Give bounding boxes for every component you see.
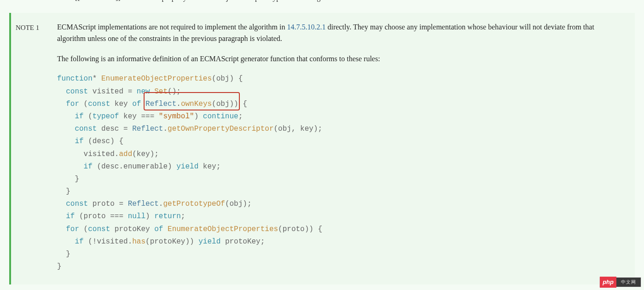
code-token: has [132,238,145,246]
code-token [150,87,155,96]
code-token: (protoKey)) [145,238,198,246]
code-token: return [154,212,181,220]
code-token [57,87,66,96]
code-token [57,200,66,208]
code-token: desc = [97,125,132,133]
code-token: function [57,75,93,83]
code-token [141,100,145,108]
code-token: "symbol" [159,112,194,121]
code-token: } [57,175,79,183]
code-token [57,100,66,108]
code-token: const [66,87,88,96]
note-content: ECMAScript implementations are not requi… [57,21,621,273]
code-token: of [132,100,141,108]
code-token: getOwnPropertyDescriptor [168,125,273,133]
code-token: add [119,150,132,158]
code-token: (obj) { [212,75,243,83]
code-token: Reflect [128,200,159,208]
code-token: Reflect [132,125,163,133]
code-token: EnumerateObjectProperties [101,75,212,83]
code-token [163,225,168,233]
code-token: EnumerateObjectProperties [168,225,278,233]
code-token: (proto)) { [278,225,322,233]
code-token [57,225,66,233]
code-token: ; [181,212,186,220]
code-token: yield [198,238,220,246]
code-token: (obj)) { [212,100,247,108]
code-token: const [66,200,88,208]
code-token: visited = [88,87,137,96]
code-token: protoKey; [220,238,265,246]
code-token [57,112,75,121]
code-token [57,125,75,133]
code-token: const [75,125,97,133]
code-token: ) [194,112,203,121]
code-token: } [57,187,70,196]
code-token: } [57,262,62,271]
code-token: ownKeys [181,100,212,108]
partial-text: the value of the [[Enumerable]] attribut… [28,0,329,1]
code-block: function* EnumerateObjectProperties(obj)… [57,73,621,273]
code-token: key === [119,112,158,121]
code-token: if [75,137,83,145]
note-paragraph-1: ECMAScript implementations are not requi… [57,21,621,45]
note-label: NOTE 1 [16,21,57,273]
code-token: Set [154,87,168,96]
code-token: key; [198,162,220,171]
note-p1-pre: ECMAScript implementations are not requi… [57,23,287,31]
spec-section-link[interactable]: 14.7.5.10.2.1 [287,23,325,31]
code-token: (); [168,87,181,96]
code-token: (desc.enumerable) [93,162,176,171]
code-token: . [176,100,181,108]
code-token: (proto === [75,212,128,220]
code-token: ( [79,225,88,233]
code-token [57,238,75,246]
code-token: yield [176,162,198,171]
note-paragraph-2: The following is an informative definiti… [57,53,621,65]
code-token: typeof [93,112,119,121]
code-token: new [137,87,150,96]
code-token: const [88,100,110,108]
code-token: for [66,225,79,233]
code-token: (!visited. [84,238,133,246]
code-token [57,212,66,220]
code-token: * [93,75,101,83]
code-token: (obj, key); [274,125,323,133]
note-block: NOTE 1 ECMAScript implementations are no… [9,13,635,285]
code-token: of [154,225,163,233]
code-token: ( [84,112,93,121]
code-token: . [163,125,168,133]
code-token: if [84,162,93,171]
code-token: (obj); [225,200,252,208]
code-token: } [57,250,70,258]
code-token: (desc) { [84,137,123,145]
code-token: proto = [88,200,128,208]
code-token: Reflect [145,100,176,108]
code-token: ( [79,100,88,108]
watermark-tag: php [600,277,616,288]
code-token: ; [238,112,243,121]
code-token: protoKey [110,225,154,233]
code-token: getPrototypeOf [163,200,225,208]
code-token: ) [145,212,154,220]
code-token: const [88,225,110,233]
code-token [57,137,75,145]
code-token: continue [203,112,238,121]
code-token: null [128,212,145,220]
code-token: visited. [57,150,119,158]
watermark-badge: php 中文网 [599,277,641,287]
code-token: for [66,100,79,108]
code-token: if [66,212,75,220]
partial-previous-paragraph: the value of the [[Enumerable]] attribut… [0,0,644,8]
code-token: if [75,238,83,246]
code-token: (key); [132,150,159,158]
watermark-text: 中文网 [616,278,641,287]
code-token [57,162,84,171]
code-token: if [75,112,83,121]
code-token: key [110,100,132,108]
